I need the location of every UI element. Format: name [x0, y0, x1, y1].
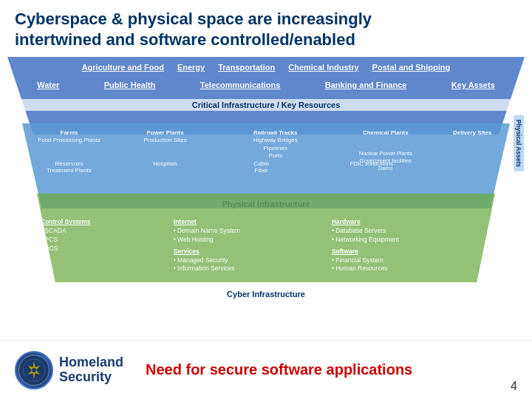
diagram: Agriculture and Food Energy Transportati…	[7, 57, 525, 323]
footer-tagline: Need for secure software applications	[146, 361, 412, 378]
svg-point-2	[32, 368, 36, 372]
sector-public-health: Public Health	[104, 81, 156, 89]
ci-label: Critical Infrastructure / Key Resources	[7, 99, 525, 111]
sectors-row1: Agriculture and Food Energy Transportati…	[7, 63, 525, 72]
detail-reservoirs: Reservoirs Treatment Plants	[22, 160, 116, 174]
hs-logo: Homeland Security	[15, 351, 123, 389]
sector-postal: Postal and Shipping	[372, 63, 451, 72]
hs-seal	[15, 351, 53, 389]
title-line2: intertwined and software controlled/enab…	[15, 30, 355, 49]
sector-banking: Banking and Finance	[325, 81, 407, 89]
sector-telecom: Telecommunications	[200, 81, 281, 89]
physical-assets-label: Physical Assets	[514, 115, 524, 171]
org-name: Homeland Security	[59, 355, 123, 385]
dhs-eagle-icon	[22, 358, 46, 382]
bc-control: Control Systems • SCADA • PCS • DCS	[41, 218, 168, 288]
detail-fdic: FDIC institutions	[310, 160, 432, 174]
sector-key-assets: Key Assets	[451, 81, 495, 89]
bottom-content: Control Systems • SCADA • PCS • DCS Inte…	[41, 218, 484, 288]
hs-seal-inner	[18, 355, 50, 386]
title-area: Cyberspace & physical space are increasi…	[0, 0, 532, 54]
sector-transportation: Transportation	[218, 63, 275, 72]
sector-energy: Energy	[177, 63, 205, 72]
slide: Cyberspace & physical space are increasi…	[0, 0, 532, 399]
cyber-label: Cyber Infrastructure	[7, 290, 525, 299]
sector-water: Water	[37, 81, 59, 89]
sector-agriculture: Agriculture and Food	[82, 63, 164, 72]
title-line1: Cyberspace & physical space are increasi…	[15, 10, 372, 28]
detail-cable: Cable Fiber	[214, 160, 308, 174]
title: Cyberspace & physical space are increasi…	[15, 9, 517, 50]
bc-internet: Internet • Domain Name System • Web Host…	[174, 218, 326, 288]
detail-hospitals: Hospitals	[118, 160, 212, 174]
footer: Homeland Security Need for secure softwa…	[0, 340, 532, 399]
bc-hardware: Hardware • Database Servers • Networking…	[332, 218, 484, 288]
lower-middle-row: Reservoirs Treatment Plants Hospitals Ca…	[22, 160, 510, 174]
page-number: 4	[511, 380, 517, 393]
sectors-row2: Water Public Health Telecommunications B…	[15, 81, 517, 89]
sector-chemical: Chemical Industry	[288, 63, 358, 72]
